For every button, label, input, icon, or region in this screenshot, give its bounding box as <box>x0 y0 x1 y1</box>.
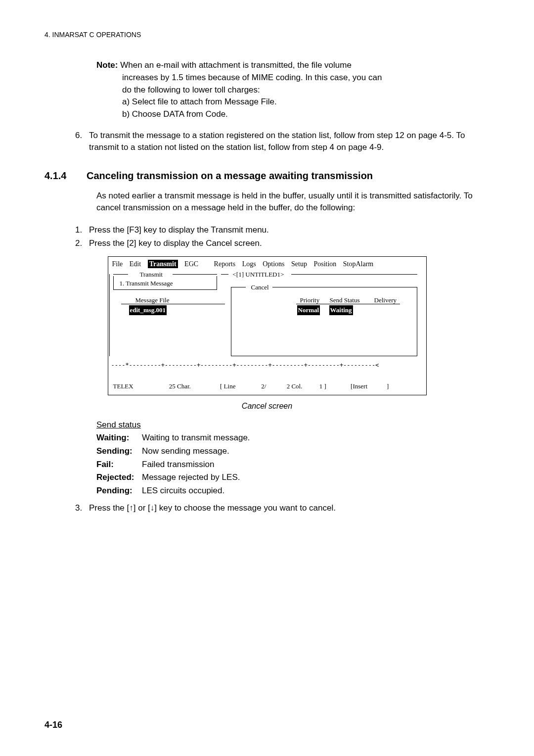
menu-edit[interactable]: Edit <box>130 260 141 268</box>
status-bracket: ] <box>369 382 389 391</box>
heading-text: Canceling transmission on a message awai… <box>87 169 373 183</box>
step-6-num: 6. <box>75 130 89 154</box>
status-desc: Message rejected by LES. <box>142 472 240 484</box>
step-2: 2. Press the [2] key to display the Canc… <box>75 237 490 250</box>
status-term: Pending: <box>96 485 142 497</box>
step-3-text: Press the [↑] or [↓] key to choose the m… <box>89 502 490 515</box>
step-3: 3. Press the [↑] or [↓] key to choose th… <box>75 502 490 515</box>
table-rule-2 <box>296 304 400 304</box>
menu-file[interactable]: File <box>112 260 123 268</box>
status-desc: Waiting to transmit message. <box>142 432 250 444</box>
menu-stopalarm[interactable]: StopAlarm <box>343 260 373 268</box>
outer-left-border <box>109 274 110 356</box>
step-1: 1. Press the [F3] key to display the Tra… <box>75 224 490 236</box>
status-desc: Now sending message. <box>142 445 229 458</box>
row-file[interactable]: edit_msg.001 <box>129 305 167 316</box>
status-row-waiting: Waiting: Waiting to transmit message. <box>96 432 490 444</box>
note-text-1: When an e-mail with attachment is transm… <box>120 60 352 70</box>
statusbar: TELEX 25 Char. [ Line 2/ 2 Col. 1 ] [Ins… <box>108 381 426 392</box>
screen-inner: Transmit 1. Transmit Message <[1] UNTITL… <box>108 272 426 381</box>
menu-transmit[interactable]: Transmit <box>148 260 178 268</box>
note-line-a: a) Select file to attach from Message Fi… <box>122 96 490 108</box>
row-status: Waiting <box>329 305 353 316</box>
status-char: 25 Char. <box>169 382 219 391</box>
note-label: Note: <box>96 60 118 70</box>
menu-position[interactable]: Position <box>313 260 336 268</box>
menu-options[interactable]: Options <box>263 260 284 268</box>
status-term: Fail: <box>96 459 142 471</box>
transmit-item-1[interactable]: 1. Transmit Message <box>120 279 173 288</box>
untitled-label: <[1] UNTITLED1> <box>230 270 287 280</box>
menu-logs[interactable]: Logs <box>242 260 256 268</box>
menu-reports[interactable]: Reports <box>214 260 236 268</box>
untitled-line-right <box>291 274 417 275</box>
send-status-title: Send status <box>96 419 490 431</box>
table-rule-1 <box>121 304 225 304</box>
status-insert: [Insert <box>328 382 367 391</box>
status-desc: LES circuits occupied. <box>142 485 224 497</box>
cancel-screen: File Edit Transmit EGC Reports Logs Opti… <box>108 256 427 395</box>
send-status-block: Send status Waiting: Waiting to transmit… <box>96 419 490 497</box>
status-row-sending: Sending: Now sending message. <box>96 445 490 458</box>
status-desc: Failed transmission <box>142 459 214 471</box>
transmit-label: Transmit <box>137 270 166 280</box>
step-1-num: 1. <box>75 224 89 236</box>
intro-para: As noted earlier a transmit message is h… <box>96 190 490 214</box>
note-text-3: do the following to lower toll charges: <box>122 84 490 96</box>
section-heading: 4.1.4 Canceling transmission on a messag… <box>44 169 490 183</box>
step-1-text: Press the [F3] key to display the Transm… <box>89 224 490 236</box>
menu-egc[interactable]: EGC <box>184 260 198 268</box>
status-term: Sending: <box>96 445 142 458</box>
status-term: Rejected: <box>96 472 142 484</box>
status-row-fail: Fail: Failed transmission <box>96 459 490 471</box>
ruler: ----*---------+---------+---------+-----… <box>111 361 379 370</box>
note-line-b: b) Choose DATA from Code. <box>122 108 490 121</box>
caption: Cancel screen <box>44 400 490 412</box>
frame-line-right <box>173 274 217 275</box>
step-2-num: 2. <box>75 237 89 250</box>
heading-num: 4.1.4 <box>44 169 87 183</box>
step-2-text: Press the [2] key to display the Cancel … <box>89 237 490 250</box>
status-term: Waiting: <box>96 432 142 444</box>
row-priority: Normal <box>297 305 320 316</box>
frame-line-left <box>113 274 128 275</box>
menu-setup[interactable]: Setup <box>291 260 307 268</box>
status-row-rejected: Rejected: Message rejected by LES. <box>96 472 490 484</box>
note-block: Note: When an e-mail with attachment is … <box>96 59 490 120</box>
chapter-header: 4. INMARSAT C OPERATIONS <box>44 30 490 40</box>
step-6: 6. To transmit the message to a station … <box>75 130 490 154</box>
status-row-pending: Pending: LES circuits occupied. <box>96 485 490 497</box>
status-line-val: 2/ <box>246 382 266 391</box>
status-col-val: 1 ] <box>304 382 326 391</box>
status-line-lbl: [ Line <box>220 382 245 391</box>
status-mode: TELEX <box>113 382 168 391</box>
untitled-line-left <box>221 274 228 275</box>
status-col-lbl: 2 Col. <box>268 382 303 391</box>
note-text-2: increases by 1.5 times because of MIME c… <box>122 72 490 84</box>
step-6-text: To transmit the message to a station reg… <box>89 130 490 154</box>
step-3-num: 3. <box>75 502 89 515</box>
